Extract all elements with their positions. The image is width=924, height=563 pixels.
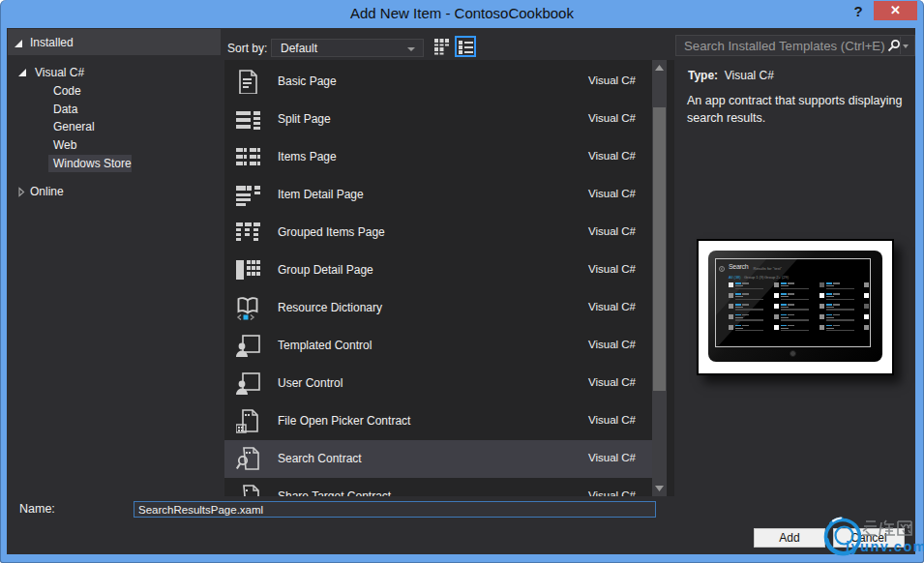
- svg-text:iyunv.com: iyunv.com: [846, 539, 924, 554]
